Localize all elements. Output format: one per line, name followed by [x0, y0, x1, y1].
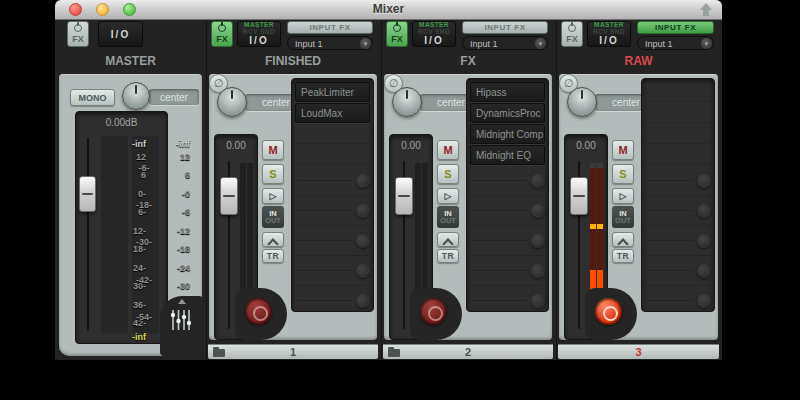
fx-empty-slot[interactable]	[470, 226, 545, 256]
mute-button[interactable]: M	[612, 140, 634, 160]
meter-scale-right: -inf126-0-6-12-18-24-30-36-42-inf	[138, 112, 164, 343]
master-track-name[interactable]: MASTER	[57, 54, 204, 72]
master-strip: FX I/O MASTER MONO center 0.00dB -inf	[57, 20, 204, 360]
fx-slot[interactable]: Hipass	[470, 82, 545, 102]
mute-button[interactable]: M	[437, 140, 459, 160]
track-number-bar[interactable]: 2	[383, 344, 553, 359]
fx-empty-slot[interactable]	[295, 256, 370, 286]
envelope-button[interactable]	[612, 232, 634, 247]
track-number: 1	[208, 346, 378, 358]
fx-insert-list[interactable]	[641, 78, 715, 312]
master-pan-knob[interactable]	[122, 82, 150, 110]
monitor-button[interactable]: ▷	[262, 188, 284, 204]
fx-slot[interactable]	[645, 103, 711, 123]
fx-empty-slot[interactable]	[645, 166, 711, 196]
pan-knob[interactable]	[392, 87, 422, 117]
input-select[interactable]: Input 1 ▼	[637, 36, 714, 50]
scale-label: -24	[164, 264, 190, 273]
solo-button[interactable]: S	[612, 164, 634, 184]
io-button[interactable]: MASTER RCV SND I/O	[587, 21, 631, 47]
track-number-bar[interactable]: 3	[558, 344, 719, 359]
solo-button[interactable]: S	[437, 164, 459, 184]
fx-empty-slot[interactable]	[295, 196, 370, 226]
channel-strip: FX MASTER RCV SND I/O INPUT FX Input 1 ▼…	[556, 20, 720, 360]
input-fx-button[interactable]: INPUT FX	[287, 21, 373, 34]
envelope-button[interactable]	[262, 232, 284, 247]
solo-button[interactable]: S	[262, 164, 284, 184]
phase-icon: ∅	[564, 77, 574, 90]
fx-slot[interactable]: DynamicsProc	[470, 103, 545, 123]
trim-button[interactable]: TR	[437, 249, 459, 263]
track-name[interactable]: RAW	[557, 54, 720, 72]
envelope-button[interactable]	[437, 232, 459, 247]
monitor-in-out-button[interactable]: IN OUT	[262, 206, 284, 228]
fx-empty-slot[interactable]	[295, 286, 370, 312]
fx-empty-slot[interactable]	[470, 196, 545, 226]
master-fx-button[interactable]: FX	[67, 21, 89, 47]
fx-slot[interactable]	[645, 82, 711, 102]
fx-slot[interactable]	[645, 145, 711, 165]
fx-slot[interactable]: Midnight EQ	[470, 145, 545, 165]
chevron-up-icon	[269, 236, 277, 244]
trim-button[interactable]: TR	[612, 249, 634, 263]
input-select[interactable]: Input 1 ▼	[462, 36, 548, 50]
channel-body: center 0.00 M S ▷	[559, 74, 718, 340]
fx-empty-slot[interactable]	[470, 286, 545, 312]
channel-header: FX MASTER RCV SND I/O INPUT FX Input 1 ▼	[207, 20, 379, 52]
fx-empty-slot[interactable]	[295, 166, 370, 196]
track-name[interactable]: FINISHED	[207, 54, 379, 72]
mute-button[interactable]: M	[262, 140, 284, 160]
track-number-bar[interactable]: 1	[208, 344, 378, 359]
fx-insert-list[interactable]: PeakLimiter LoudMax	[291, 78, 374, 312]
fx-button-label: FX	[566, 34, 578, 44]
master-io-button[interactable]: I/O	[98, 21, 143, 47]
fx-empty-slot[interactable]	[645, 226, 711, 256]
trim-button[interactable]: TR	[262, 249, 284, 263]
volume-fader[interactable]	[220, 177, 238, 215]
chevron-up-icon	[444, 236, 452, 244]
volume-fader[interactable]	[395, 177, 413, 215]
fx-button[interactable]: FX	[561, 21, 583, 47]
fx-button[interactable]: FX	[386, 21, 408, 47]
fx-empty-slot[interactable]	[645, 286, 711, 312]
fx-empty-slot[interactable]	[645, 196, 711, 226]
mixer-sliders-icon[interactable]	[170, 308, 192, 332]
fx-empty-slot[interactable]	[295, 226, 370, 256]
input-fx-button[interactable]: INPUT FX	[462, 21, 548, 34]
input-select[interactable]: Input 1 ▼	[287, 36, 373, 50]
fx-slot[interactable]	[295, 145, 370, 165]
fx-slot[interactable]: Midnight Comp	[470, 124, 545, 144]
volume-fader[interactable]	[570, 177, 588, 215]
fx-slot[interactable]: PeakLimiter	[295, 82, 370, 102]
record-arm-button[interactable]	[595, 298, 622, 325]
io-label: I/O	[424, 36, 443, 46]
fx-slot[interactable]: LoudMax	[295, 103, 370, 123]
input-fx-button[interactable]: INPUT FX	[637, 21, 714, 34]
scale-label: 6	[164, 171, 190, 180]
fx-empty-slot[interactable]	[470, 166, 545, 196]
monitor-button[interactable]: ▷	[612, 188, 634, 204]
io-button[interactable]: MASTER RCV SND I/O	[237, 21, 281, 47]
monitor-in-out-button[interactable]: IN OUT	[612, 206, 634, 228]
triangle-up-icon	[178, 299, 186, 304]
io-button[interactable]: MASTER RCV SND I/O	[412, 21, 456, 47]
window-titlebar[interactable]: Mixer	[55, 0, 722, 20]
toolbar-arrow-icon[interactable]	[698, 2, 714, 18]
pan-knob[interactable]	[567, 87, 597, 117]
mono-button[interactable]: MONO	[70, 89, 115, 106]
pan-knob[interactable]	[217, 87, 247, 117]
fx-empty-slot[interactable]	[470, 256, 545, 286]
fx-slot[interactable]	[645, 124, 711, 144]
fx-empty-slot[interactable]	[645, 256, 711, 286]
record-arm-button[interactable]	[245, 298, 272, 325]
monitor-in-out-button[interactable]: IN OUT	[437, 206, 459, 228]
fx-button[interactable]: FX	[211, 21, 233, 47]
monitor-button[interactable]: ▷	[437, 188, 459, 204]
fx-insert-list[interactable]: Hipass DynamicsProc Midnight Comp Midnig…	[466, 78, 549, 312]
channel-strip: FX MASTER RCV SND I/O INPUT FX Input 1 ▼…	[381, 20, 554, 360]
master-volume-fader[interactable]	[79, 176, 96, 212]
record-arm-button[interactable]	[420, 298, 447, 325]
fx-slot[interactable]	[295, 124, 370, 144]
track-name[interactable]: FX	[382, 54, 554, 72]
track-number: 2	[383, 346, 553, 358]
